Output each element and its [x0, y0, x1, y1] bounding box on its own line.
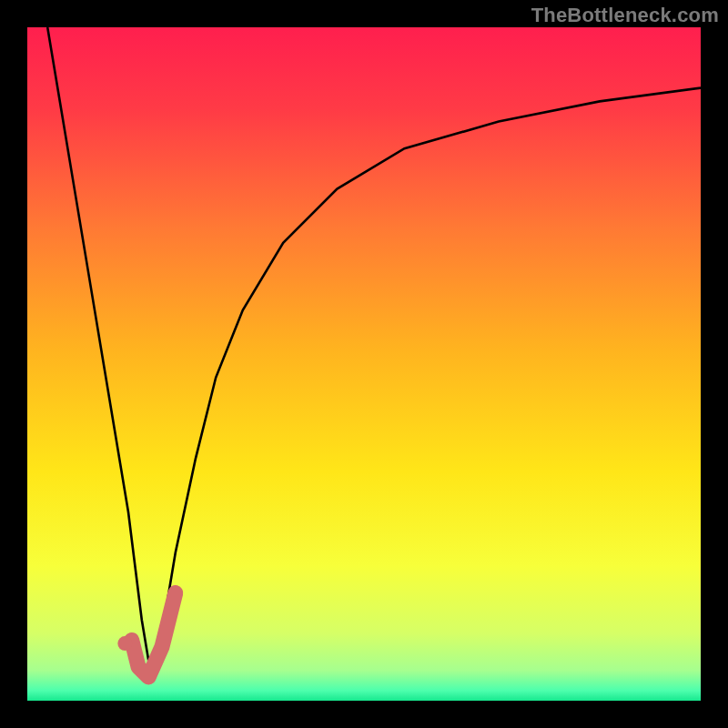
- bottleneck-curve-right: [148, 88, 701, 674]
- plot-area: [27, 27, 701, 701]
- curve-layer: [27, 27, 701, 701]
- marker-dot: [117, 636, 132, 651]
- check-marker: [132, 593, 176, 678]
- bottleneck-curve-left: [47, 27, 148, 661]
- outer-frame: TheBottleneck.com: [0, 0, 728, 728]
- watermark-text: TheBottleneck.com: [531, 4, 719, 27]
